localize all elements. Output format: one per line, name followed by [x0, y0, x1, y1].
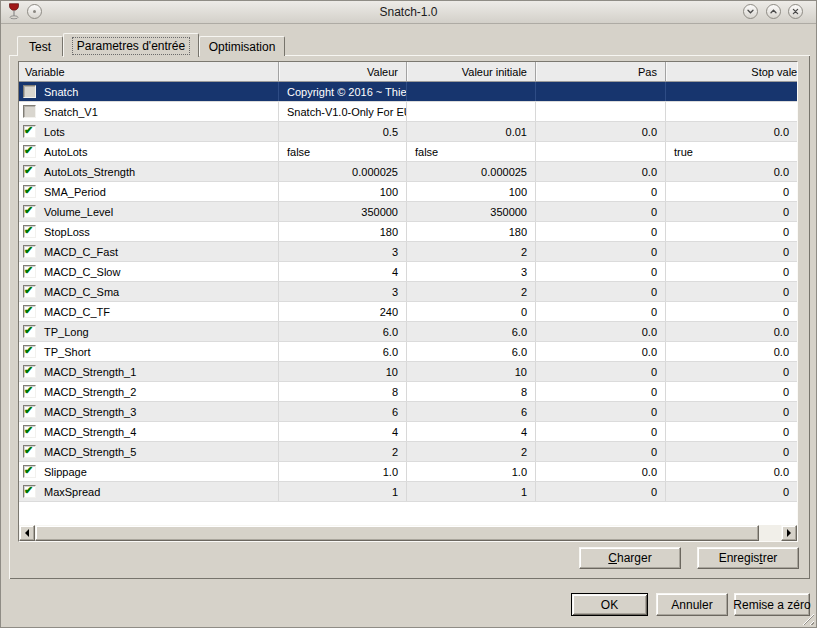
row-value-cell[interactable]: 0 — [536, 442, 666, 461]
row-value-cell[interactable]: 1.0 — [407, 462, 536, 481]
row-value-cell[interactable]: 0 — [536, 222, 666, 241]
row-checkbox[interactable]: ✔ — [23, 485, 36, 498]
row-checkbox[interactable]: ✔ — [23, 165, 36, 178]
row-value-cell[interactable]: 100 — [407, 182, 536, 201]
row-checkbox[interactable]: ✔ — [23, 345, 36, 358]
row-value-cell[interactable]: 6.0 — [407, 322, 536, 341]
row-value-cell[interactable]: 0.000025 — [279, 162, 407, 181]
row-checkbox[interactable]: ✔ — [23, 405, 36, 418]
row-value-cell[interactable]: 2 — [279, 442, 407, 461]
table-row[interactable]: ✔ TP_Short 6.0 6.0 0.0 0.0 — [19, 342, 797, 362]
table-row[interactable]: ✔ Volume_Level 350000 350000 0 0 — [19, 202, 797, 222]
row-value-cell[interactable]: 0 — [666, 402, 797, 421]
tab-parametres-entree[interactable]: Parametres d'entrée — [63, 33, 199, 57]
row-value-cell[interactable]: 0 — [536, 422, 666, 441]
row-value-cell[interactable]: 0 — [536, 242, 666, 261]
row-value-cell[interactable]: 100 — [279, 182, 407, 201]
row-value-cell[interactable]: 6 — [407, 402, 536, 421]
row-value-cell[interactable]: 0.0 — [666, 342, 797, 361]
row-value-cell[interactable]: 0 — [666, 242, 797, 261]
row-value-cell[interactable]: 0.000025 — [407, 162, 536, 181]
table-row[interactable]: ✔ SMA_Period 100 100 0 0 — [19, 182, 797, 202]
row-value-cell[interactable]: 2 — [407, 242, 536, 261]
row-value-cell[interactable]: 350000 — [407, 202, 536, 221]
row-value-cell[interactable]: 0.0 — [536, 162, 666, 181]
scroll-right-button[interactable] — [781, 525, 797, 541]
row-value-cell[interactable] — [536, 82, 666, 101]
row-value-cell[interactable]: 6.0 — [279, 342, 407, 361]
row-checkbox[interactable]: ✔ — [23, 385, 36, 398]
row-value-cell[interactable]: 0.0 — [666, 462, 797, 481]
row-checkbox[interactable]: ✔ — [23, 285, 36, 298]
table-row[interactable]: ✔ MACD_Strength_3 6 6 0 0 — [19, 402, 797, 422]
row-checkbox[interactable]: ✔ — [23, 205, 36, 218]
row-value-cell[interactable] — [666, 102, 797, 121]
table-row[interactable]: ✔ AutoLots_Strength 0.000025 0.000025 0.… — [19, 162, 797, 182]
row-value-cell[interactable]: 0.0 — [536, 342, 666, 361]
table-row[interactable]: ✔ StopLoss 180 180 0 0 — [19, 222, 797, 242]
row-value-cell[interactable]: 0 — [536, 302, 666, 321]
row-value-cell[interactable]: 0.0 — [666, 322, 797, 341]
row-value-cell[interactable]: 2 — [407, 282, 536, 301]
table-row[interactable]: ✔ MACD_Strength_1 10 10 0 0 — [19, 362, 797, 382]
row-value-cell[interactable]: 180 — [407, 222, 536, 241]
titlebar[interactable]: Snatch-1.0 — [1, 1, 816, 24]
table-row[interactable]: ✔ MACD_Strength_4 4 4 0 0 — [19, 422, 797, 442]
row-value-cell[interactable]: Snatch-V1.0-Only For EUR/USD D1 TF — [279, 102, 407, 121]
table-row[interactable]: ✔ MACD_C_Slow 4 3 0 0 — [19, 262, 797, 282]
unshade-button[interactable] — [766, 4, 781, 19]
row-value-cell[interactable]: 0.0 — [666, 162, 797, 181]
row-checkbox[interactable]: ✔ — [23, 325, 36, 338]
row-value-cell[interactable] — [666, 82, 797, 101]
table-row[interactable]: ✔ Snatch_V1 Snatch-V1.0-Only For EUR/USD… — [19, 102, 797, 122]
row-value-cell[interactable]: 240 — [279, 302, 407, 321]
row-value-cell[interactable]: 0 — [407, 302, 536, 321]
row-value-cell[interactable]: 4 — [407, 422, 536, 441]
table-row[interactable]: ✔ Snatch Copyright © 2016 ~ Thierry Capu… — [19, 82, 797, 102]
scroll-left-button[interactable] — [19, 525, 35, 541]
row-checkbox[interactable]: ✔ — [23, 85, 36, 98]
annuler-button[interactable]: Annuler — [656, 593, 728, 616]
row-value-cell[interactable]: 8 — [279, 382, 407, 401]
row-checkbox[interactable]: ✔ — [23, 105, 36, 118]
ok-button[interactable]: OK — [571, 593, 648, 616]
horizontal-scrollbar[interactable] — [19, 525, 797, 541]
row-value-cell[interactable]: 0 — [666, 202, 797, 221]
table-row[interactable]: ✔ MACD_C_TF 240 0 0 0 — [19, 302, 797, 322]
row-checkbox[interactable]: ✔ — [23, 225, 36, 238]
row-checkbox[interactable]: ✔ — [23, 445, 36, 458]
row-checkbox[interactable]: ✔ — [23, 425, 36, 438]
row-value-cell[interactable]: 6.0 — [279, 322, 407, 341]
row-value-cell[interactable]: 0.0 — [536, 122, 666, 141]
row-value-cell[interactable]: 0 — [666, 362, 797, 381]
row-value-cell[interactable]: 0 — [536, 202, 666, 221]
row-value-cell[interactable]: 10 — [407, 362, 536, 381]
table-row[interactable]: ✔ MACD_C_Sma 3 2 0 0 — [19, 282, 797, 302]
table-row[interactable]: ✔ Slippage 1.0 1.0 0.0 0.0 — [19, 462, 797, 482]
row-value-cell[interactable] — [407, 102, 536, 121]
row-checkbox[interactable]: ✔ — [23, 265, 36, 278]
row-value-cell[interactable]: 10 — [279, 362, 407, 381]
row-value-cell[interactable]: 0 — [536, 382, 666, 401]
row-checkbox[interactable]: ✔ — [23, 185, 36, 198]
row-value-cell[interactable]: 1.0 — [279, 462, 407, 481]
row-value-cell[interactable]: 0 — [666, 482, 797, 501]
row-value-cell[interactable]: 0 — [536, 182, 666, 201]
row-value-cell[interactable]: 1 — [279, 482, 407, 501]
row-value-cell[interactable]: 6 — [279, 402, 407, 421]
row-value-cell[interactable]: 0 — [666, 302, 797, 321]
shade-button[interactable] — [743, 4, 758, 19]
table-row[interactable]: ✔ AutoLots false false true — [19, 142, 797, 162]
row-value-cell[interactable]: 8 — [407, 382, 536, 401]
row-checkbox[interactable]: ✔ — [23, 125, 36, 138]
tab-test[interactable]: Test — [17, 36, 63, 56]
row-value-cell[interactable]: 4 — [279, 262, 407, 281]
row-value-cell[interactable]: 0.0 — [536, 462, 666, 481]
row-value-cell[interactable] — [536, 102, 666, 121]
table-row[interactable]: ✔ Lots 0.5 0.01 0.0 0.0 — [19, 122, 797, 142]
row-value-cell[interactable]: 0 — [536, 402, 666, 421]
row-value-cell[interactable]: false — [279, 142, 407, 161]
close-button[interactable] — [788, 4, 803, 19]
row-value-cell[interactable]: 0 — [536, 482, 666, 501]
row-value-cell[interactable]: 0 — [666, 282, 797, 301]
